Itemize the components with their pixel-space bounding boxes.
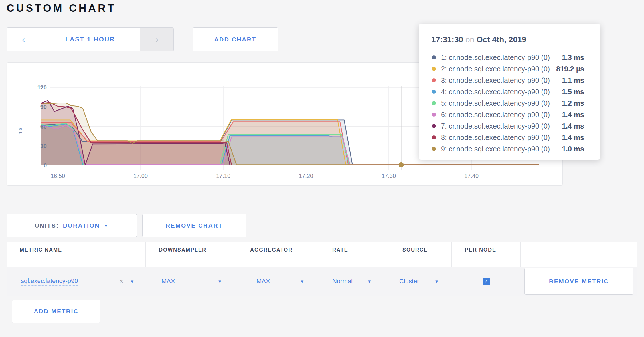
- tooltip-series-row: 7: cr.node.sql.exec.latency-p90 (0) 1.4 …: [429, 120, 584, 132]
- series-value: 1.2 ms: [562, 99, 584, 107]
- per-node-cell: ✓: [452, 278, 521, 285]
- downsampler-value: MAX: [161, 278, 175, 285]
- units-label: UNITS:: [35, 222, 59, 229]
- units-dropdown[interactable]: UNITS: DURATION ▼: [7, 214, 137, 237]
- svg-text:ms: ms: [17, 128, 23, 135]
- svg-text:120: 120: [37, 84, 47, 91]
- metric-table: METRIC NAME DOWNSAMPLER AGGREGATOR RATE …: [7, 242, 637, 296]
- tooltip-series-row: 2: cr.node.sql.exec.latency-p90 (0) 819.…: [429, 63, 584, 75]
- column-header-aggregator: AGGREGATOR: [237, 242, 319, 267]
- add-metric-button[interactable]: ADD METRIC: [12, 300, 100, 323]
- rate-value: Normal: [332, 278, 353, 285]
- series-value: 1.4 ms: [562, 122, 584, 130]
- source-value: Cluster: [399, 278, 419, 285]
- tooltip-series-row: 6: cr.node.sql.exec.latency-p90 (0) 1.4 …: [429, 109, 584, 120]
- metric-table-header: METRIC NAME DOWNSAMPLER AGGREGATOR RATE …: [7, 242, 637, 267]
- tooltip-conjunction: on: [465, 35, 474, 44]
- time-window-label[interactable]: LAST 1 HOUR: [40, 28, 140, 51]
- series-color-dot: [432, 67, 436, 71]
- chart-hover-tooltip: 17:31:30 on Oct 4th, 2019 1: cr.node.sql…: [419, 24, 600, 160]
- series-value: 1.4 ms: [562, 111, 584, 119]
- remove-metric-button[interactable]: REMOVE METRIC: [524, 268, 633, 295]
- tooltip-time: 17:31:30: [431, 35, 463, 44]
- chevron-down-icon: ▼: [300, 279, 304, 284]
- tooltip-series-row: 9: cr.node.sql.exec.latency-p90 (0) 1.0 …: [429, 143, 584, 155]
- tooltip-series-row: 3: cr.node.sql.exec.latency-p90 (0) 1.1 …: [429, 75, 584, 86]
- series-label: 7: cr.node.sql.exec.latency-p90 (0): [441, 122, 562, 130]
- column-header-downsampler: DOWNSAMPLER: [146, 242, 237, 267]
- time-window-next-button[interactable]: ›: [140, 28, 173, 51]
- tooltip-series-row: 5: cr.node.sql.exec.latency-p90 (0) 1.2 …: [429, 97, 584, 109]
- svg-text:17:30: 17:30: [382, 173, 396, 179]
- svg-text:90: 90: [40, 104, 47, 110]
- tooltip-timestamp: 17:31:30 on Oct 4th, 2019: [431, 35, 584, 44]
- column-header-rate: RATE: [319, 242, 389, 267]
- series-color-dot: [432, 113, 436, 117]
- column-header-source: SOURCE: [389, 242, 452, 267]
- series-label: 4: cr.node.sql.exec.latency-p90 (0): [441, 88, 562, 96]
- series-color-dot: [432, 124, 436, 128]
- aggregator-dropdown[interactable]: MAX ▼: [237, 278, 319, 285]
- check-icon: ✓: [484, 278, 488, 284]
- time-window-prev-button[interactable]: ‹: [7, 28, 40, 51]
- svg-text:17:20: 17:20: [299, 173, 313, 179]
- chevron-down-icon[interactable]: ▼: [130, 279, 134, 284]
- series-color-dot: [432, 90, 436, 94]
- series-value: 1.5 ms: [562, 88, 584, 96]
- series-label: 8: cr.node.sql.exec.latency-p90 (0): [441, 133, 562, 142]
- column-header-actions: [521, 242, 637, 267]
- chevron-right-icon: ›: [155, 35, 158, 44]
- page-title: CUSTOM CHART: [7, 2, 116, 14]
- svg-text:16:50: 16:50: [51, 173, 65, 179]
- metric-name-cell: sql.exec.latency-p90 × ▼: [7, 277, 146, 286]
- metric-name-link[interactable]: sql.exec.latency-p90: [21, 277, 78, 286]
- series-label: 3: cr.node.sql.exec.latency-p90 (0): [441, 76, 562, 85]
- series-label: 2: cr.node.sql.exec.latency-p90 (0): [441, 65, 556, 73]
- series-color-dot: [432, 78, 436, 82]
- tooltip-series-row: 1: cr.node.sql.exec.latency-p90 (0) 1.3 …: [429, 52, 584, 63]
- svg-text:60: 60: [40, 123, 47, 130]
- series-value: 1.4 ms: [562, 133, 584, 142]
- aggregator-value: MAX: [256, 278, 270, 285]
- chevron-down-icon: ▼: [434, 279, 439, 284]
- series-color-dot: [432, 101, 436, 105]
- chevron-down-icon: ▼: [367, 279, 372, 284]
- metric-row: sql.exec.latency-p90 × ▼ MAX ▼ MAX ▼ Nor…: [7, 267, 637, 296]
- series-value: 1.1 ms: [562, 76, 584, 85]
- source-dropdown[interactable]: Cluster ▼: [389, 278, 452, 285]
- remove-chart-button[interactable]: REMOVE CHART: [142, 214, 246, 237]
- svg-text:17:40: 17:40: [464, 173, 479, 179]
- clear-metric-icon[interactable]: ×: [119, 277, 123, 285]
- svg-text:30: 30: [40, 143, 47, 149]
- rate-dropdown[interactable]: Normal ▼: [319, 278, 389, 285]
- series-label: 1: cr.node.sql.exec.latency-p90 (0): [441, 53, 562, 62]
- series-value: 1.3 ms: [562, 53, 584, 62]
- custom-chart-page: CUSTOM CHART ‹ LAST 1 HOUR › ADD CHART 0…: [0, 0, 644, 337]
- series-value: 819.2 µs: [556, 65, 584, 73]
- series-value: 1.0 ms: [562, 145, 584, 153]
- series-label: 5: cr.node.sql.exec.latency-p90 (0): [441, 99, 562, 107]
- units-value: DURATION: [63, 222, 100, 229]
- series-color-dot: [432, 147, 436, 151]
- metric-clear-group: × ▼: [119, 277, 134, 285]
- svg-text:17:00: 17:00: [133, 173, 148, 179]
- chevron-down-icon: ▼: [104, 223, 109, 228]
- time-window-selector: ‹ LAST 1 HOUR ›: [7, 27, 174, 51]
- column-header-per-node: PER NODE: [452, 242, 521, 267]
- series-label: 9: cr.node.sql.exec.latency-p90 (0): [441, 145, 562, 153]
- tooltip-series-row: 8: cr.node.sql.exec.latency-p90 (0) 1.4 …: [429, 132, 584, 143]
- chevron-down-icon: ▼: [218, 279, 222, 284]
- actions-cell: REMOVE METRIC: [521, 268, 637, 295]
- series-label: 6: cr.node.sql.exec.latency-p90 (0): [441, 111, 562, 119]
- chevron-left-icon: ‹: [22, 35, 25, 44]
- series-color-dot: [432, 135, 436, 139]
- downsampler-dropdown[interactable]: MAX ▼: [146, 278, 237, 285]
- per-node-checkbox[interactable]: ✓: [483, 278, 490, 285]
- tooltip-series-row: 4: cr.node.sql.exec.latency-p90 (0) 1.5 …: [429, 86, 584, 97]
- series-color-dot: [432, 55, 436, 59]
- tooltip-series-list: 1: cr.node.sql.exec.latency-p90 (0) 1.3 …: [429, 52, 584, 155]
- svg-text:0: 0: [44, 162, 47, 168]
- column-header-metric-name: METRIC NAME: [7, 242, 146, 267]
- add-chart-button[interactable]: ADD CHART: [193, 27, 278, 51]
- tooltip-date: Oct 4th, 2019: [477, 35, 526, 44]
